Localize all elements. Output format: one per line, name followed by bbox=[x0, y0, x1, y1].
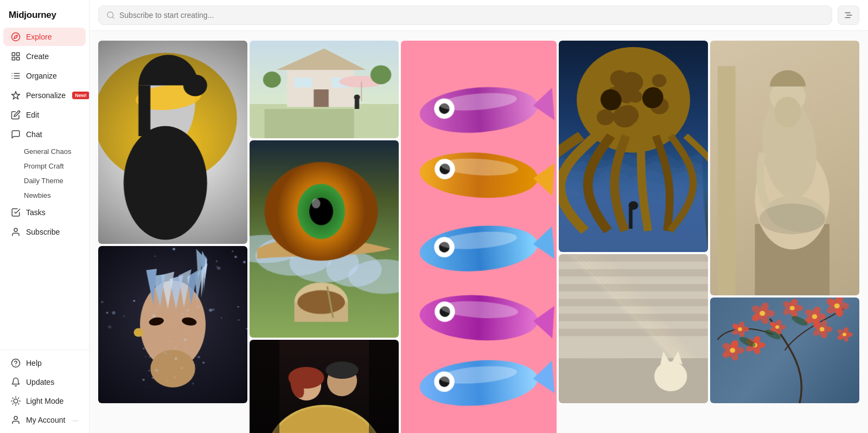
svg-rect-3 bbox=[17, 53, 20, 55]
subscribe-icon bbox=[11, 227, 21, 237]
sidebar: Midjourney Explore Create Organize bbox=[0, 0, 90, 433]
main-content bbox=[90, 0, 868, 433]
gallery-col-3 bbox=[401, 41, 557, 433]
light-mode-label: Light Mode bbox=[26, 397, 63, 405]
gallery-item-4[interactable] bbox=[559, 41, 708, 252]
gallery-item-1[interactable] bbox=[98, 41, 247, 244]
user-icon bbox=[11, 415, 21, 425]
search-input[interactable] bbox=[119, 11, 824, 20]
sub-nav-prompt-craft[interactable]: Prompt Craft bbox=[3, 159, 86, 173]
filter-button[interactable] bbox=[838, 5, 859, 25]
svg-point-15 bbox=[14, 399, 18, 403]
svg-rect-4 bbox=[17, 57, 20, 60]
gallery-item-6[interactable] bbox=[98, 246, 247, 403]
help-label: Help bbox=[26, 359, 42, 367]
svg-line-23 bbox=[18, 398, 19, 398]
nav-create[interactable]: Create bbox=[3, 47, 86, 66]
updates-label: Updates bbox=[26, 378, 54, 386]
gallery-item-flowers[interactable] bbox=[710, 298, 859, 403]
gallery-item-8[interactable] bbox=[559, 254, 708, 403]
gallery-grid bbox=[94, 36, 864, 433]
explore-label: Explore bbox=[26, 33, 52, 41]
nav-light-mode[interactable]: Light Mode bbox=[3, 392, 86, 410]
svg-rect-5 bbox=[12, 57, 15, 60]
organize-icon bbox=[11, 71, 21, 81]
svg-line-22 bbox=[12, 404, 13, 404]
svg-point-0 bbox=[12, 33, 20, 41]
edit-label: Edit bbox=[26, 111, 39, 119]
svg-marker-1 bbox=[14, 35, 17, 38]
nav-subscribe[interactable]: Subscribe bbox=[3, 223, 86, 241]
gallery-col-1 bbox=[98, 41, 247, 433]
gallery bbox=[90, 31, 868, 433]
gallery-col-2 bbox=[250, 41, 399, 433]
compass-icon bbox=[11, 32, 21, 42]
svg-rect-2 bbox=[12, 53, 15, 55]
search-bar[interactable] bbox=[98, 5, 832, 25]
sparkle-icon bbox=[11, 91, 21, 100]
svg-point-24 bbox=[14, 416, 17, 419]
sub-nav-daily-theme[interactable]: Daily Theme bbox=[3, 174, 86, 188]
nav-organize[interactable]: Organize bbox=[3, 67, 86, 85]
svg-line-26 bbox=[112, 17, 114, 18]
gallery-item-5[interactable] bbox=[710, 41, 859, 295]
nav-personalize[interactable]: Personalize New! bbox=[3, 86, 86, 105]
chat-icon bbox=[11, 130, 21, 139]
pencil-icon bbox=[11, 51, 21, 61]
nav-chat[interactable]: Chat bbox=[3, 125, 86, 144]
nav-updates[interactable]: Updates bbox=[3, 373, 86, 391]
help-icon bbox=[11, 358, 21, 368]
gallery-item-2[interactable] bbox=[250, 41, 399, 138]
search-icon bbox=[106, 11, 115, 20]
gallery-item-3[interactable] bbox=[401, 41, 557, 433]
tasks-label: Tasks bbox=[26, 208, 46, 217]
edit-icon bbox=[11, 110, 21, 120]
nav-help[interactable]: Help bbox=[3, 354, 86, 372]
sub-nav-general-chaos[interactable]: General Chaos bbox=[3, 145, 86, 158]
svg-line-19 bbox=[18, 404, 19, 404]
nav-explore[interactable]: Explore bbox=[3, 28, 86, 46]
chat-label: Chat bbox=[26, 130, 42, 139]
gallery-item-moon[interactable] bbox=[250, 340, 399, 433]
svg-line-18 bbox=[12, 398, 13, 398]
gallery-col-4 bbox=[559, 41, 708, 433]
nav-tasks[interactable]: Tasks bbox=[3, 203, 86, 222]
personalize-label: Personalize bbox=[26, 91, 66, 100]
sun-icon bbox=[11, 396, 21, 406]
topbar bbox=[90, 0, 868, 31]
organize-label: Organize bbox=[26, 72, 57, 80]
nav-account[interactable]: My Account ··· bbox=[3, 411, 86, 429]
tasks-icon bbox=[11, 208, 21, 217]
create-label: Create bbox=[26, 52, 49, 61]
account-extra: ··· bbox=[72, 416, 78, 424]
new-badge: New! bbox=[72, 92, 90, 99]
bell-icon bbox=[11, 377, 21, 387]
nav-edit[interactable]: Edit bbox=[3, 106, 86, 124]
svg-point-12 bbox=[14, 228, 17, 231]
gallery-col-5 bbox=[710, 41, 859, 433]
sidebar-bottom: Help Updates Light Mode bbox=[0, 350, 89, 433]
subscribe-label: Subscribe bbox=[26, 228, 60, 236]
app-logo: Midjourney bbox=[0, 0, 89, 27]
sub-nav-newbies[interactable]: Newbies bbox=[3, 189, 86, 202]
account-label: My Account bbox=[26, 416, 65, 424]
gallery-item-7[interactable] bbox=[250, 140, 399, 338]
